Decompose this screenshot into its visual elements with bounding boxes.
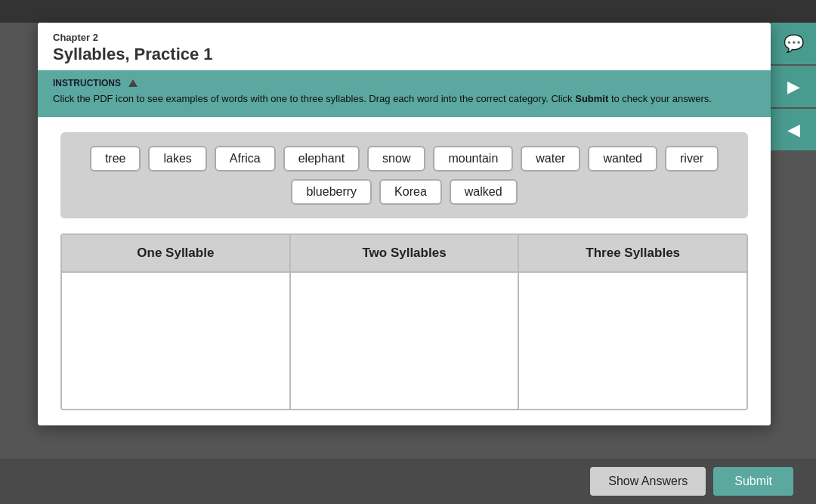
word-chip[interactable]: mountain <box>433 146 513 172</box>
submit-bold: Submit <box>575 93 608 104</box>
word-chip[interactable]: elephant <box>283 146 360 172</box>
bottom-bar: Show Answers Submit <box>0 459 816 504</box>
triangle-icon <box>128 79 138 87</box>
chat-button[interactable]: 💬 <box>771 23 816 64</box>
drop-zone-header: One Syllable <box>62 235 289 273</box>
modal-body: treelakesAfricaelephantsnowmountainwater… <box>38 117 771 425</box>
submit-button[interactable]: Submit <box>713 467 793 496</box>
modal: Chapter 2 Syllables, Practice 1 INSTRUCT… <box>38 23 771 425</box>
word-chip[interactable]: water <box>521 146 580 172</box>
word-bank: treelakesAfricaelephantsnowmountainwater… <box>60 132 748 218</box>
modal-title: Syllables, Practice 1 <box>53 45 756 64</box>
word-chip[interactable]: snow <box>367 146 425 172</box>
next-button[interactable]: ▶ <box>771 66 816 107</box>
instructions-bar: INSTRUCTIONS Click the PDF icon to see e… <box>38 70 771 117</box>
drop-zone[interactable]: Three Syllables <box>519 235 746 409</box>
word-chip[interactable]: blueberry <box>291 179 372 205</box>
prev-icon: ◀ <box>787 120 800 140</box>
instructions-text: Click the PDF icon to see examples of wo… <box>53 91 756 107</box>
side-controls: 💬 ▶ ◀ <box>771 23 816 150</box>
word-chip[interactable]: river <box>665 146 719 172</box>
chat-icon: 💬 <box>784 34 804 54</box>
prev-button[interactable]: ◀ <box>771 109 816 150</box>
chapter-label: Chapter 2 <box>53 32 756 43</box>
word-chip[interactable]: lakes <box>148 146 206 172</box>
drop-zone-header: Two Syllables <box>291 235 518 273</box>
show-answers-button[interactable]: Show Answers <box>590 467 706 496</box>
drop-zone-body[interactable] <box>62 273 289 409</box>
word-chip[interactable]: wanted <box>588 146 657 172</box>
word-chip[interactable]: Korea <box>379 179 442 205</box>
drop-zone-body[interactable] <box>519 273 746 409</box>
word-chip[interactable]: walked <box>450 179 518 205</box>
modal-header: Chapter 2 Syllables, Practice 1 <box>38 23 771 70</box>
drop-zone[interactable]: One Syllable <box>62 235 291 409</box>
drop-zone-header: Three Syllables <box>519 235 746 273</box>
next-icon: ▶ <box>787 77 800 97</box>
drop-zone[interactable]: Two Syllables <box>291 235 520 409</box>
drop-zones: One SyllableTwo SyllablesThree Syllables <box>60 233 748 410</box>
word-chip[interactable]: tree <box>90 146 141 172</box>
word-chip[interactable]: Africa <box>215 146 276 172</box>
top-bar <box>0 0 816 23</box>
drop-zone-body[interactable] <box>291 273 518 409</box>
instructions-heading: INSTRUCTIONS <box>53 78 756 88</box>
